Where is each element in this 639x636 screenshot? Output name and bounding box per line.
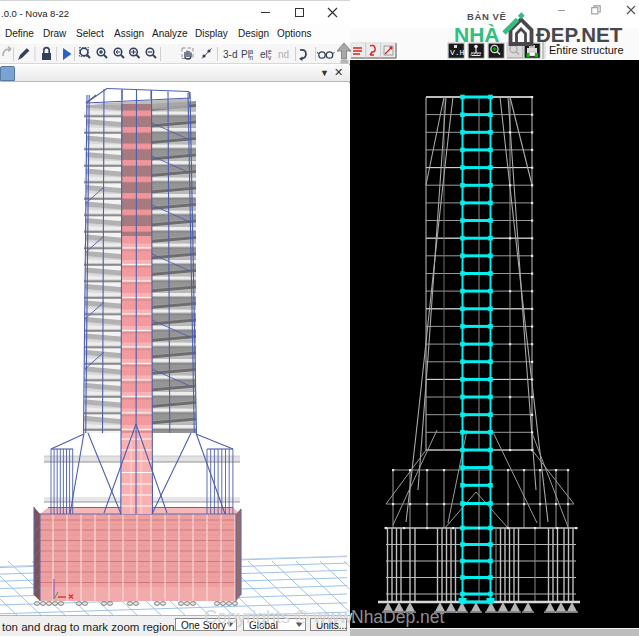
svg-text:n: n <box>250 54 254 61</box>
svg-text:BẢN VẼ: BẢN VẼ <box>467 11 507 22</box>
svg-text:ĐẸP.NET: ĐẸP.NET <box>536 23 623 46</box>
svg-text:NHÀ: NHÀ <box>454 23 500 46</box>
svg-text:nd: nd <box>278 49 289 60</box>
svg-text:V.H: V.H <box>450 48 465 57</box>
svg-text:3-d: 3-d <box>223 49 237 60</box>
svg-text:el: el <box>260 49 268 60</box>
